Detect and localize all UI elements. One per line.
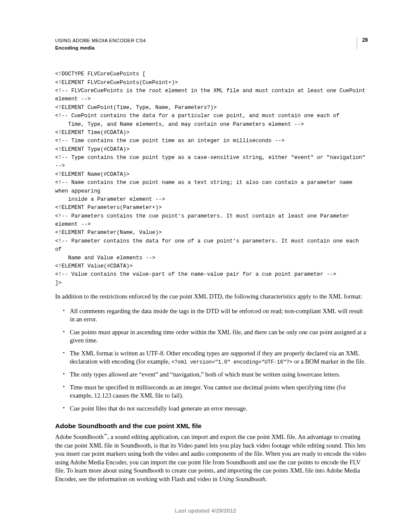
page: USING ADOBE MEDIA ENCODER CS4 Encoding m… — [0, 0, 411, 532]
inline-code: <?xml version="1.0" encoding="UTF-16"?> — [171, 359, 293, 365]
bullet-list: All comments regarding the data inside t… — [55, 307, 368, 413]
list-item: The XML format is written as UTF-8. Othe… — [55, 349, 368, 366]
list-item: All comments regarding the data inside t… — [55, 307, 368, 324]
section-body: Adobe Soundbooth™, a sound editing appli… — [55, 432, 368, 483]
trademark-symbol: ™ — [103, 433, 107, 437]
list-item: Cue point files that do not successfully… — [55, 404, 368, 413]
doc-title: USING ADOBE MEDIA ENCODER CS4 — [55, 37, 146, 44]
list-item: The only types allowed are “event” and “… — [55, 370, 368, 379]
page-footer: Last updated 4/29/2012 — [0, 507, 411, 514]
list-item-text-post: or a BOM marker in the file. — [293, 358, 366, 365]
intro-paragraph: In addition to the restrictions enforced… — [55, 292, 368, 301]
doc-subtitle: Encoding media — [55, 44, 146, 52]
section-body-pre: Adobe Soundbooth — [55, 433, 103, 440]
dtd-code-block: <!DOCTYPE FLVCoreCuePoints [ <!ELEMENT F… — [55, 70, 368, 287]
page-number: 28 — [357, 37, 368, 49]
section-heading: Adobe Soundbooth and the cue point XML f… — [55, 422, 368, 430]
page-header-row: USING ADOBE MEDIA ENCODER CS4 Encoding m… — [55, 37, 368, 51]
section-body-post: . — [265, 476, 267, 482]
list-item: Time must be specified in milliseconds a… — [55, 383, 368, 400]
page-header-left: USING ADOBE MEDIA ENCODER CS4 Encoding m… — [55, 37, 146, 51]
section-body-mid: , a sound editing application, can impor… — [55, 433, 366, 482]
list-item: Cue points must appear in ascending time… — [55, 328, 368, 345]
section-body-italic: Using Soundbooth — [219, 476, 265, 482]
